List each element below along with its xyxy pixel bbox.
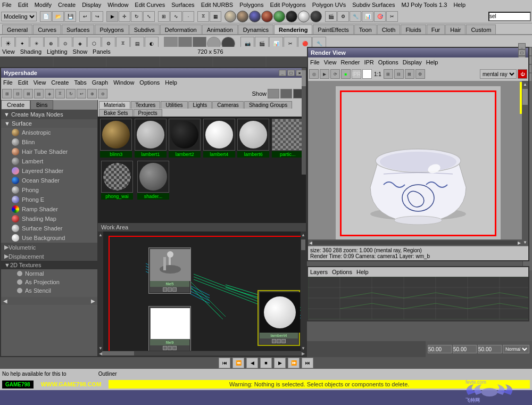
tree-item-normal[interactable]: Normal [1,269,97,278]
mat-item-lambert6[interactable]: lambert6 [237,119,270,158]
tree-item-layered[interactable]: Layered Shader [1,166,97,176]
surface-header[interactable]: ▼ Surface [1,119,97,128]
tree-item-phong[interactable]: Phong [1,185,97,195]
mat-tab-shading-groups[interactable]: Shading Groups [244,101,292,109]
menu-polygon-uvs[interactable]: Polygon UVs [312,2,346,8]
hs-tool-3[interactable]: ⊠ [23,89,33,98]
menu-surfaces[interactable]: Surfaces [171,2,194,8]
hs-menu-create[interactable]: Create [51,79,69,86]
menu-subdiv-surfaces[interactable]: Subdiv Surfaces [352,2,395,8]
tree-item-shading-map[interactable]: Shading Map [1,214,97,224]
textures-2d-header[interactable]: ▼ 2D Textures [1,261,97,269]
menu-polygons[interactable]: Polygons [239,2,263,8]
hs-tool-10[interactable]: ⊖ [98,89,107,98]
toolbar-btn-move[interactable]: ✛ [119,11,130,22]
playback-play-back[interactable]: ◀ [246,358,258,368]
rv-tool-9[interactable]: ⊠ [405,69,414,79]
toolbar-btn-snap-curve[interactable]: ∿ [170,11,182,22]
renderer-select[interactable]: mental ray [480,69,517,79]
menu-edit-polygons[interactable]: Edit Polygons [270,2,305,8]
vp-menu-shading[interactable]: Shading [20,48,41,55]
rv-tool-6[interactable] [362,69,372,79]
work-area-bottom-scrollbar[interactable]: ◀ ▶ [98,351,306,356]
frame-range-start[interactable] [428,345,452,353]
hs-menu-edit[interactable]: Edit [18,79,28,86]
hypershade-titlebar[interactable]: Hypershade _ □ × [1,68,306,78]
tab-fur[interactable]: Fur [427,24,445,34]
rv-menu-options[interactable]: Options [378,59,398,65]
hs-tab-bins[interactable]: Bins [30,100,53,110]
hs-maximize-btn[interactable]: □ [287,70,295,76]
mat-tab-textures[interactable]: Textures [131,101,161,109]
vp-menu-panels[interactable]: Panels [93,48,111,55]
hs-menu-help[interactable]: Help [165,79,177,86]
frame-range-mode[interactable]: Normal [503,345,529,353]
menu-edit-nurbs[interactable]: Edit NURBS [201,2,234,8]
displacement-header[interactable]: ▶ Displacement [1,252,97,261]
hs-menu-graph[interactable]: Graph [92,79,109,86]
tree-item-ocean[interactable]: Ocean Shader [1,176,97,185]
node-lambert4-center[interactable]: lambert4 [257,290,300,346]
menu-modify[interactable]: Modify [35,2,52,8]
tab-rendering[interactable]: Rendering [274,24,312,34]
mat-scrollbar[interactable] [302,117,306,175]
hs-tool-5[interactable]: ◈ [45,89,54,98]
tab-painteffects[interactable]: PaintEffects [313,24,354,34]
file9-btn3[interactable] [172,346,177,350]
tree-item-blinn[interactable]: Blinn [1,137,97,147]
hs-menu-view[interactable]: View [34,79,46,86]
volumetric-header[interactable]: ▶ Volumetric [1,243,97,252]
hs-tool-8[interactable]: ↩ [77,89,86,98]
rv-menu-view[interactable]: View [324,59,337,65]
menu-edit-curves[interactable]: Edit Curves [135,2,165,8]
mat-item-lambert1[interactable]: lambert1 [135,119,167,158]
playback-goto-start[interactable]: ⏮ [219,358,230,368]
menu-window[interactable]: Window [107,2,128,8]
toolbar-btn-select[interactable]: ▶ [106,11,118,22]
rv-maximize-btn[interactable]: □ [518,49,526,56]
tree-item-surface-shader[interactable]: Surface Shader [1,224,97,233]
vp-menu-view[interactable]: View [2,48,15,55]
layers-menu-options[interactable]: Options [332,269,352,275]
mat-tab-projects[interactable]: Projects [134,109,162,117]
playback-step-back[interactable]: ⏪ [232,358,244,368]
rv-menu-file[interactable]: File [310,59,320,65]
rv-minimize-btn[interactable]: _ [518,43,526,49]
mat-item-partic[interactable]: partic... [272,119,304,158]
hs-menu-file[interactable]: File [3,79,13,86]
rv-tool-8[interactable]: ⊟ [394,69,404,79]
toolbar-btn-snap-point[interactable]: · [182,11,194,22]
layers-menu-help[interactable]: Help [356,269,369,275]
rv-tool-3[interactable]: ⟳ [330,69,340,79]
lambert-btn1[interactable] [272,339,276,343]
rv-tool-7[interactable]: ⊞ [384,69,393,79]
rv-scrollbar-bottom[interactable]: ◀ ▶ [308,239,522,246]
tab-animation[interactable]: Animation [202,24,238,34]
hs-minimize-btn[interactable]: _ [279,70,286,76]
toolbar-btn-history[interactable]: ⧖ [197,11,209,22]
rv-tool-10[interactable]: ⚙ [415,69,425,79]
toolbar-btn-scale[interactable]: ⤡ [143,11,155,22]
playback-step-fwd[interactable]: ⏩ [288,358,300,368]
mat-tab-materials[interactable]: Materials [99,101,130,109]
rv-titlebar[interactable]: Render View _ □ × [308,48,528,57]
toolbar-btn-save[interactable]: 💾 [64,11,76,22]
menu-create[interactable]: Create [58,2,76,8]
tab-custom[interactable]: Custom [466,24,496,34]
mat-tab-bake-sets[interactable]: Bake Sets [99,109,133,117]
rv-tool-power[interactable]: ⏻ [518,69,527,79]
frame-range-by[interactable] [478,345,502,353]
toolbar-btn-new[interactable]: 📄 [40,11,52,22]
hs-menu-window[interactable]: Window [113,79,134,86]
vp-menu-show[interactable]: Show [73,48,88,55]
file9-btn2[interactable] [168,346,172,350]
tab-hair[interactable]: Hair [445,24,466,34]
rv-scrollbar-right[interactable]: ▲ ▼ [522,81,528,246]
mat-tab-utilities[interactable]: Utilities [161,101,187,109]
mat-item-phong-wai[interactable]: phong_wai [100,161,134,200]
tree-item-lambert[interactable]: Lambert [1,156,97,166]
tree-item-phong-e[interactable]: Phong E [1,195,97,204]
hs-tool-2[interactable]: ⊟ [13,89,22,98]
tree-item-as-projection[interactable]: As Projection [1,278,97,286]
toolbar-btn-open[interactable]: 📂 [52,11,64,22]
